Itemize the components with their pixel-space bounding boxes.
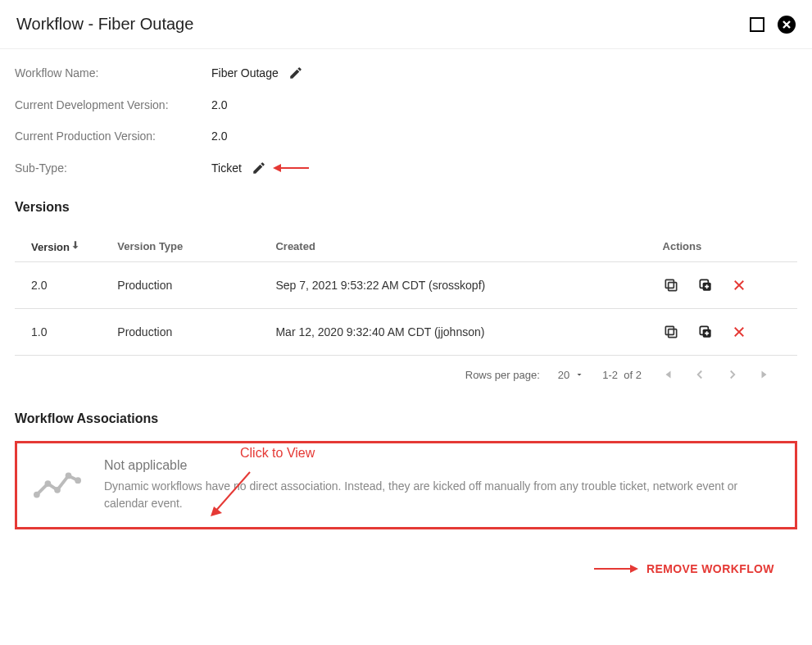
cell-type: Production: [102, 262, 261, 309]
prev-page-icon[interactable]: [692, 367, 707, 382]
rows-per-page-select[interactable]: 20: [558, 369, 584, 381]
maximize-icon[interactable]: [750, 17, 764, 32]
meta-name-row: Workflow Name: Fiber Outage: [15, 66, 797, 80]
column-header-created[interactable]: Created: [261, 231, 647, 262]
svg-point-17: [75, 477, 81, 484]
versions-table: Version Version Type Created Actions 2.0…: [15, 231, 797, 356]
table-row[interactable]: 1.0 Production Mar 12, 2020 9:32:40 AM C…: [15, 309, 797, 356]
svg-marker-19: [630, 565, 638, 573]
na-title: Not applicable: [104, 458, 778, 473]
pager-range: 1-2 of 2: [602, 369, 642, 381]
last-page-icon[interactable]: [758, 367, 773, 382]
svg-point-16: [66, 473, 72, 479]
svg-point-15: [54, 487, 61, 493]
edit-icon[interactable]: [288, 66, 303, 80]
meta-label: Current Development Version:: [15, 98, 211, 111]
section-title: Workflow Associations: [15, 411, 797, 426]
cell-version: 1.0: [15, 309, 102, 356]
svg-point-14: [45, 480, 52, 487]
dialog-body: Workflow Name: Fiber Outage Current Deve…: [0, 49, 812, 608]
edit-icon[interactable]: [252, 161, 266, 175]
meta-label: Sub-Type:: [15, 161, 211, 175]
svg-rect-5: [668, 283, 676, 291]
svg-rect-10: [665, 326, 674, 334]
remove-workflow-button[interactable]: REMOVE WORKFLOW: [646, 562, 774, 575]
chevron-down-icon: [574, 370, 584, 379]
na-body: Dynamic workflows have no direct associa…: [104, 478, 778, 512]
svg-line-3: [214, 472, 250, 513]
meta-value: Ticket: [211, 161, 242, 175]
cell-version: 2.0: [15, 262, 102, 309]
header-text: Version: [31, 241, 70, 253]
meta-value: 2.0: [211, 129, 227, 143]
first-page-icon[interactable]: [660, 367, 674, 382]
rows-per-page-value: 20: [558, 369, 569, 381]
meta-value: Fiber Outage: [211, 66, 279, 79]
dialog-title: Workflow - Fiber Outage: [16, 15, 193, 34]
svg-marker-2: [273, 164, 281, 172]
rows-per-page-label: Rows per page:: [465, 369, 540, 381]
svg-rect-9: [668, 329, 676, 338]
delete-icon[interactable]: [732, 278, 746, 293]
cell-created: Mar 12, 2020 9:32:40 AM CDT (jjohnson): [261, 309, 647, 356]
footer: REMOVE WORKFLOW: [15, 529, 797, 592]
versions-section: Versions Click to View Version Version T…: [15, 200, 797, 387]
svg-point-13: [34, 492, 40, 498]
svg-rect-6: [665, 279, 674, 288]
dialog-header: Workflow - Fiber Outage: [0, 0, 812, 49]
pager: Rows per page: 20 1-2 of 2: [15, 356, 797, 387]
chart-line-icon: [34, 469, 81, 502]
add-copy-icon[interactable]: [697, 277, 714, 293]
meta-prod-row: Current Production Version: 2.0: [15, 129, 797, 143]
annotation-arrow-icon: [594, 563, 638, 575]
sort-down-icon: [70, 241, 81, 253]
cell-type: Production: [102, 309, 261, 356]
table-row[interactable]: 2.0 Production Sep 7, 2021 9:53:22 AM CD…: [15, 262, 797, 309]
svg-marker-4: [211, 506, 222, 516]
meta-label: Current Production Version:: [15, 129, 211, 143]
meta-subtype-row: Sub-Type: Ticket: [15, 161, 797, 175]
actions-cell: [663, 324, 783, 340]
annotation-arrow-icon: [273, 162, 309, 174]
section-title: Versions: [15, 200, 797, 215]
meta-dev-row: Current Development Version: 2.0: [15, 98, 797, 111]
range-text: 1-2: [602, 369, 618, 381]
copy-icon[interactable]: [663, 324, 679, 340]
column-header-actions: Actions: [648, 231, 797, 262]
meta-value: 2.0: [211, 98, 227, 111]
next-page-icon[interactable]: [725, 367, 740, 382]
actions-cell: [663, 277, 783, 293]
associations-text: Not applicable Dynamic workflows have no…: [104, 458, 778, 512]
close-icon[interactable]: [778, 16, 796, 34]
add-copy-icon[interactable]: [697, 324, 714, 340]
associations-box: Not applicable Dynamic workflows have no…: [15, 441, 797, 529]
meta-label: Workflow Name:: [15, 66, 211, 79]
column-header-type[interactable]: Version Type: [102, 231, 261, 262]
cell-created: Sep 7, 2021 9:53:22 AM CDT (srosskopf): [261, 262, 647, 309]
copy-icon[interactable]: [663, 277, 679, 293]
delete-icon[interactable]: [732, 325, 746, 339]
dialog-controls: [750, 16, 796, 34]
of-text: of 2: [624, 369, 642, 381]
annotation-click-to-view: Click to View: [240, 446, 315, 461]
column-header-version[interactable]: Version: [15, 231, 102, 262]
annotation-arrow-icon: [207, 470, 256, 522]
